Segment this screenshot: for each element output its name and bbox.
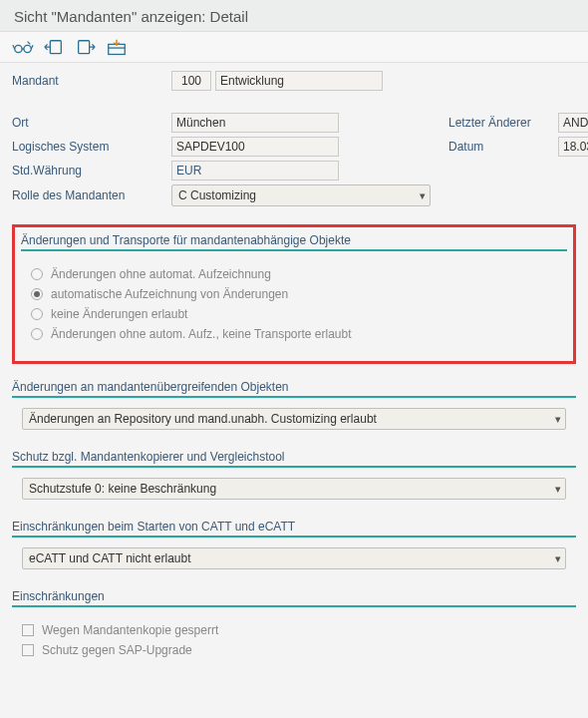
glasses-icon[interactable] xyxy=(12,38,34,58)
group-title-g4: Einschränkungen beim Starten von CATT un… xyxy=(12,520,576,538)
select-rolle[interactable]: C Customizing ▾ xyxy=(171,184,431,206)
radio-option-2[interactable]: keine Änderungen erlaubt xyxy=(31,307,557,321)
field-mandant-number: 100 xyxy=(171,71,211,91)
window-arrow-icon[interactable] xyxy=(106,38,128,58)
field-datum: 18.03.2020 xyxy=(558,137,588,157)
select-g3[interactable]: Schutzstufe 0: keine Beschränkung ▾ xyxy=(22,478,566,500)
radio-icon xyxy=(31,308,43,320)
radio-option-0[interactable]: Änderungen ohne automat. Aufzeichnung xyxy=(31,267,557,281)
group-protection: Schutz bzgl. Mandantenkopierer und Vergl… xyxy=(12,450,576,504)
label-ort: Ort xyxy=(12,116,171,130)
label-stdw: Std.Währung xyxy=(12,164,171,178)
chevron-down-icon: ▾ xyxy=(555,552,561,565)
field-logsys: SAPDEV100 xyxy=(171,137,339,157)
back-doc-icon[interactable] xyxy=(43,38,65,58)
group-title-g3: Schutz bzgl. Mandantenkopierer und Vergl… xyxy=(12,450,576,468)
svg-point-0 xyxy=(15,45,22,52)
group-title-g1: Änderungen und Transporte für mandantena… xyxy=(21,233,567,251)
select-g2-value: Änderungen an Repository und mand.unabh.… xyxy=(29,412,555,426)
radio-label: keine Änderungen erlaubt xyxy=(51,307,187,321)
chevron-down-icon: ▾ xyxy=(555,483,561,496)
select-g4[interactable]: eCATT und CATT nicht erlaubt ▾ xyxy=(22,547,566,569)
content: Mandant 100 Entwicklung Ort München Logi… xyxy=(0,63,588,679)
svg-rect-4 xyxy=(109,44,125,54)
checkbox-label: Schutz gegen SAP-Upgrade xyxy=(42,643,192,657)
label-mandant: Mandant xyxy=(12,74,171,88)
toolbar xyxy=(0,32,588,63)
checkbox-locked[interactable]: Wegen Mandantenkopie gesperrt xyxy=(22,623,566,637)
select-g4-value: eCATT und CATT nicht erlaubt xyxy=(29,551,555,565)
checkbox-icon xyxy=(22,624,34,636)
select-rolle-value: C Customizing xyxy=(178,188,420,202)
radio-icon xyxy=(31,288,43,300)
group-changes-transports: Änderungen und Transporte für mandantena… xyxy=(12,224,576,364)
svg-point-1 xyxy=(24,45,31,52)
svg-rect-2 xyxy=(51,41,62,54)
radio-option-3[interactable]: Änderungen ohne autom. Aufz., keine Tran… xyxy=(31,327,557,341)
label-datum: Datum xyxy=(448,140,558,154)
field-stdw: EUR xyxy=(171,161,339,180)
forward-doc-icon[interactable] xyxy=(75,38,97,58)
radio-icon xyxy=(31,328,43,340)
radio-label: automatische Aufzeichnung von Änderungen xyxy=(51,287,288,301)
field-mandant-desc: Entwicklung xyxy=(215,71,383,91)
radio-label: Änderungen ohne automat. Aufzeichnung xyxy=(51,267,271,281)
checkbox-icon xyxy=(22,644,34,656)
label-logsys: Logisches System xyxy=(12,140,171,154)
group-restrictions: Einschränkungen Wegen Mandantenkopie ges… xyxy=(12,589,576,667)
svg-rect-3 xyxy=(78,41,89,54)
checkbox-upgrade[interactable]: Schutz gegen SAP-Upgrade xyxy=(22,643,566,657)
radio-label: Änderungen ohne autom. Aufz., keine Tran… xyxy=(51,327,352,341)
label-last-changer: Letzter Änderer xyxy=(448,116,558,130)
group-catt: Einschränkungen beim Starten von CATT un… xyxy=(12,520,576,573)
field-last-changer: ANDREASG xyxy=(558,113,588,133)
chevron-down-icon: ▾ xyxy=(555,413,561,426)
label-rolle: Rolle des Mandanten xyxy=(12,188,171,202)
group-cross-client: Änderungen an mandantenübergreifenden Ob… xyxy=(12,380,576,434)
field-ort: München xyxy=(171,113,339,133)
select-g2[interactable]: Änderungen an Repository und mand.unabh.… xyxy=(22,408,566,430)
group-title-g2: Änderungen an mandantenübergreifenden Ob… xyxy=(12,380,576,398)
radio-icon xyxy=(31,268,43,280)
checkbox-label: Wegen Mandantenkopie gesperrt xyxy=(42,623,218,637)
radio-option-1[interactable]: automatische Aufzeichnung von Änderungen xyxy=(31,287,557,301)
chevron-down-icon: ▾ xyxy=(420,189,426,202)
group-title-g5: Einschränkungen xyxy=(12,589,576,607)
select-g3-value: Schutzstufe 0: keine Beschränkung xyxy=(29,482,555,496)
page-title: Sicht "Mandanten" anzeigen: Detail xyxy=(0,0,588,32)
